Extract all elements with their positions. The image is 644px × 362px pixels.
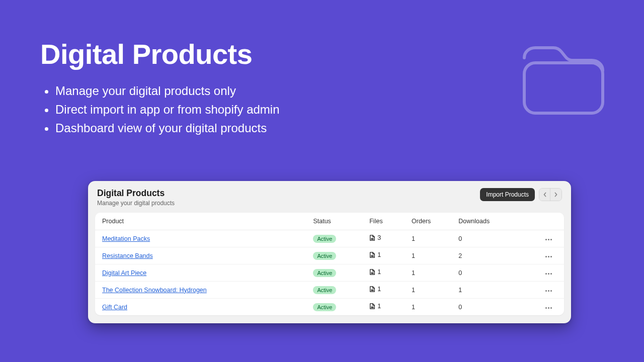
row-actions-button[interactable]: [543, 237, 554, 242]
row-actions-button[interactable]: [543, 271, 554, 277]
chevron-left-icon: [543, 192, 547, 197]
files-count: 1: [377, 268, 381, 276]
status-badge: Active: [313, 252, 336, 260]
row-actions-button[interactable]: [543, 254, 554, 259]
col-header-files: Files: [362, 213, 405, 230]
card-title: Digital Products: [97, 188, 175, 199]
file-icon: [369, 268, 375, 276]
col-header-product: Product: [95, 213, 306, 230]
card-heading: Digital Products Manage your digital pro…: [97, 188, 175, 207]
pager-prev-button[interactable]: [539, 189, 550, 201]
downloads-cell: 2: [451, 247, 522, 264]
downloads-cell: 0: [451, 230, 522, 247]
svg-rect-0: [524, 63, 603, 113]
products-card: Digital Products Manage your digital pro…: [88, 181, 571, 323]
orders-cell: 1: [405, 247, 451, 264]
status-badge: Active: [313, 235, 336, 243]
files-cell: 1: [369, 303, 381, 310]
files-count: 1: [377, 303, 381, 310]
card-header: Digital Products Manage your digital pro…: [88, 181, 571, 213]
file-icon: [369, 234, 375, 241]
table-row: The Collection Snowboard: HydrogenActive…: [95, 282, 564, 299]
downloads-cell: 0: [451, 299, 522, 316]
product-link[interactable]: Meditation Packs: [102, 235, 150, 242]
product-link[interactable]: Resistance Bands: [102, 252, 153, 259]
files-count: 1: [377, 286, 381, 293]
pager: [539, 188, 562, 201]
row-actions-button[interactable]: [543, 305, 554, 311]
orders-cell: 1: [405, 230, 451, 247]
files-count: 3: [377, 234, 381, 241]
import-products-button[interactable]: Import Products: [480, 188, 535, 201]
orders-cell: 1: [405, 264, 451, 282]
files-cell: 1: [369, 251, 381, 258]
status-badge: Active: [313, 269, 336, 277]
row-actions-button[interactable]: [543, 288, 554, 294]
col-header-downloads: Downloads: [451, 213, 522, 230]
orders-cell: 1: [405, 299, 451, 316]
table-row: Resistance BandsActive112: [95, 247, 564, 264]
col-header-actions: [522, 213, 564, 230]
product-link[interactable]: Digital Art Piece: [102, 269, 146, 277]
chevron-right-icon: [554, 192, 558, 197]
folder-icon: [518, 35, 609, 118]
status-badge: Active: [313, 303, 336, 311]
hero-bullet: Dashboard view of your digital products: [55, 119, 604, 137]
files-cell: 3: [369, 234, 381, 241]
card-subtitle: Manage your digital products: [97, 200, 175, 207]
card-actions: Import Products: [480, 188, 562, 201]
col-header-orders: Orders: [405, 213, 451, 230]
orders-cell: 1: [405, 282, 451, 299]
pager-next-button[interactable]: [550, 189, 561, 201]
product-link[interactable]: The Collection Snowboard: Hydrogen: [102, 287, 207, 294]
product-link[interactable]: Gift Card: [102, 304, 127, 311]
file-icon: [369, 251, 375, 258]
downloads-cell: 0: [451, 264, 522, 282]
files-count: 1: [377, 251, 381, 258]
table-row: Gift CardActive110: [95, 299, 564, 316]
table-row: Digital Art PieceActive110: [95, 264, 564, 282]
table-header-row: Product Status Files Orders Downloads: [95, 213, 564, 230]
files-cell: 1: [369, 286, 381, 293]
products-table: Product Status Files Orders Downloads Me…: [95, 213, 564, 315]
col-header-status: Status: [306, 213, 362, 230]
downloads-cell: 1: [451, 282, 522, 299]
status-badge: Active: [313, 286, 336, 294]
file-icon: [369, 286, 375, 293]
file-icon: [369, 303, 375, 310]
table-row: Meditation PacksActive310: [95, 230, 564, 247]
files-cell: 1: [369, 268, 381, 276]
